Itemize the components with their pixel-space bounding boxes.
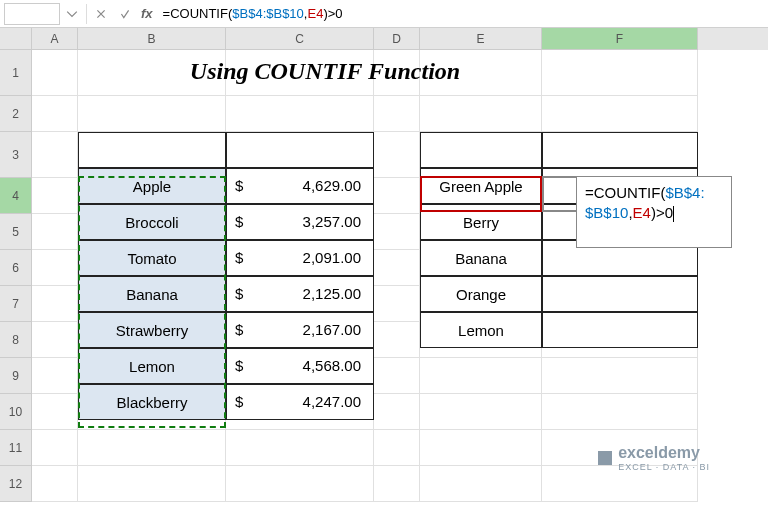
spreadsheet-grid: A B C D E F 1 2 3 4 5 6 7 8 9 10 11 12 (0, 28, 768, 502)
row-header-1[interactable]: 1 (0, 50, 32, 96)
enter-icon[interactable] (113, 0, 137, 28)
row-header-7[interactable]: 7 (0, 286, 32, 322)
row-header-12[interactable]: 12 (0, 466, 32, 502)
price-cell: $3,257.00 (226, 204, 374, 240)
col-header-b[interactable]: B (78, 28, 226, 50)
product-table: Product List Cost Price Apple$4,629.00 B… (78, 132, 374, 420)
row-header-9[interactable]: 9 (0, 358, 32, 394)
column-headers: A B C D E F (0, 28, 768, 50)
product-cell: Lemon (78, 348, 226, 384)
row-header-6[interactable]: 6 (0, 250, 32, 286)
col-header-d[interactable]: D (374, 28, 420, 50)
price-cell: $4,247.00 (226, 384, 374, 420)
select-all-corner[interactable] (0, 28, 32, 50)
name-box[interactable] (4, 3, 60, 25)
col-header-e[interactable]: E (420, 28, 542, 50)
product-cell: Banana (78, 276, 226, 312)
product-cell: Apple (78, 168, 226, 204)
formula-bar: fx =COUNTIF($B$4:$B$10,E4)>0 (0, 0, 768, 28)
row-header-11[interactable]: 11 (0, 430, 32, 466)
page-title: Using COUNTIF Function (78, 58, 572, 85)
row-header-5[interactable]: 5 (0, 214, 32, 250)
row-header-2[interactable]: 2 (0, 96, 32, 132)
row-header-10[interactable]: 10 (0, 394, 32, 430)
order-cell: Green Apple (420, 168, 542, 204)
product-cell: Strawberry (78, 312, 226, 348)
col-header-a[interactable]: A (32, 28, 78, 50)
price-cell: $2,167.00 (226, 312, 374, 348)
cell-edit-overlay[interactable]: =COUNTIF($B$4: $B$10,E4)>0 (576, 176, 732, 248)
row-header-4[interactable]: 4 (0, 178, 32, 214)
status-cell (542, 312, 698, 348)
row-header-8[interactable]: 8 (0, 322, 32, 358)
order-list-header: Order List (420, 132, 542, 168)
status-header: Status (542, 132, 698, 168)
order-cell: Banana (420, 240, 542, 276)
cost-price-header: Cost Price (226, 132, 374, 168)
order-cell: Lemon (420, 312, 542, 348)
fx-icon[interactable]: fx (141, 6, 153, 21)
order-cell: Berry (420, 204, 542, 240)
cells-area[interactable]: Using COUNTIF Function Product List Cost… (32, 50, 768, 502)
logo-icon (598, 451, 612, 465)
product-cell: Broccoli (78, 204, 226, 240)
price-cell: $4,629.00 (226, 168, 374, 204)
status-cell (542, 276, 698, 312)
col-header-c[interactable]: C (226, 28, 374, 50)
product-cell: Tomato (78, 240, 226, 276)
product-list-header: Product List (78, 132, 226, 168)
row-header-3[interactable]: 3 (0, 132, 32, 178)
formula-input[interactable]: =COUNTIF($B$4:$B$10,E4)>0 (157, 0, 768, 28)
row-headers: 1 2 3 4 5 6 7 8 9 10 11 12 (0, 50, 32, 502)
name-box-dropdown[interactable] (60, 0, 84, 28)
product-cell: Blackberry (78, 384, 226, 420)
price-cell: $2,125.00 (226, 276, 374, 312)
price-cell: $4,568.00 (226, 348, 374, 384)
price-cell: $2,091.00 (226, 240, 374, 276)
col-header-f[interactable]: F (542, 28, 698, 50)
exceldemy-logo: exceldemy EXCEL · DATA · BI (598, 444, 710, 472)
order-cell: Orange (420, 276, 542, 312)
cancel-icon[interactable] (89, 0, 113, 28)
